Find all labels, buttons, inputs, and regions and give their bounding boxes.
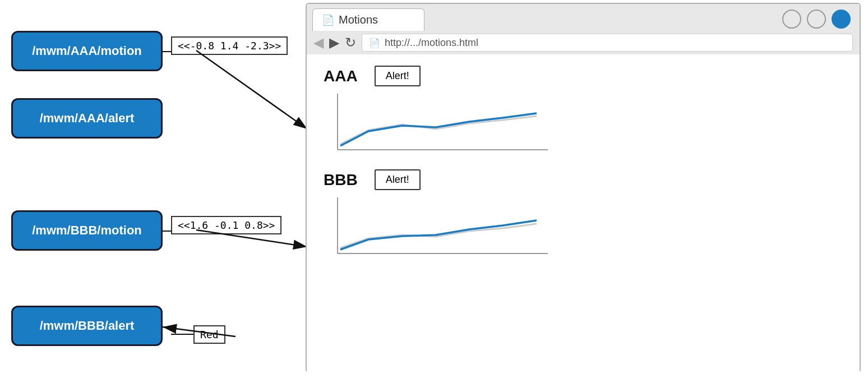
label-aaa-text: <<-0.8 1.4 -2.3>>	[178, 40, 281, 52]
label-red-text: Red	[200, 329, 219, 340]
section-aaa-header: AAA Alert!	[324, 66, 843, 86]
back-button[interactable]: ◀	[313, 36, 324, 49]
browser-chrome: 📄 Motions ◀ ▶ ↻ 📄 http://.../motions.htm…	[307, 4, 860, 54]
bbb-alert-button[interactable]: Alert!	[375, 169, 421, 190]
aaa-chart	[324, 91, 559, 158]
browser-window: 📄 Motions ◀ ▶ ↻ 📄 http://.../motions.htm…	[306, 3, 861, 373]
box-bbb-alert[interactable]: /mwm/BBB/alert	[11, 306, 163, 346]
aaa-alert-button[interactable]: Alert!	[375, 66, 421, 86]
box-bbb-alert-label: /mwm/BBB/alert	[40, 319, 135, 333]
window-controls	[782, 10, 851, 29]
box-bbb-motion[interactable]: /mwm/BBB/motion	[11, 210, 163, 251]
url-document-icon: 📄	[369, 38, 380, 48]
tab-label: Motions	[339, 13, 378, 26]
box-aaa-motion[interactable]: /mwm/AAA/motion	[11, 31, 163, 71]
diagram-area: /mwm/AAA/motion /mwm/AAA/alert /mwm/BBB/…	[0, 0, 314, 378]
url-text: http://.../motions.html	[385, 37, 478, 49]
browser-tab-motions[interactable]: 📄 Motions	[312, 8, 424, 31]
svg-line-2	[196, 50, 307, 129]
label-red: Red	[193, 325, 225, 344]
bbb-chart	[324, 195, 559, 262]
bbb-chart-svg	[324, 195, 559, 262]
label-bbb-text: <<1.6 -0.1 0.8>>	[178, 219, 275, 231]
section-bbb-header: BBB Alert!	[324, 169, 843, 190]
tab-bar: 📄 Motions	[307, 4, 860, 31]
forward-button[interactable]: ▶	[329, 36, 339, 49]
section-aaa-name: AAA	[324, 67, 358, 85]
box-aaa-alert[interactable]: /mwm/AAA/alert	[11, 98, 163, 139]
tab-document-icon: 📄	[322, 14, 334, 26]
box-aaa-alert-label: /mwm/AAA/alert	[40, 111, 135, 126]
url-input[interactable]: 📄 http://.../motions.html	[362, 34, 853, 52]
window-minimize-button[interactable]	[782, 10, 801, 29]
window-maximize-button[interactable]	[807, 10, 826, 29]
box-bbb-motion-label: /mwm/BBB/motion	[32, 223, 142, 238]
window-close-button[interactable]	[832, 10, 851, 29]
address-bar: ◀ ▶ ↻ 📄 http://.../motions.html	[307, 31, 860, 54]
refresh-button[interactable]: ↻	[345, 36, 356, 49]
aaa-chart-svg	[324, 91, 559, 158]
section-bbb-name: BBB	[324, 171, 358, 189]
box-aaa-motion-label: /mwm/AAA/motion	[32, 44, 142, 58]
section-bbb: BBB Alert!	[324, 169, 843, 262]
label-aaa: <<-0.8 1.4 -2.3>>	[171, 36, 288, 55]
label-bbb: <<1.6 -0.1 0.8>>	[171, 216, 281, 234]
browser-content: AAA Alert! BBB Alert!	[307, 54, 860, 374]
section-aaa: AAA Alert!	[324, 66, 843, 158]
